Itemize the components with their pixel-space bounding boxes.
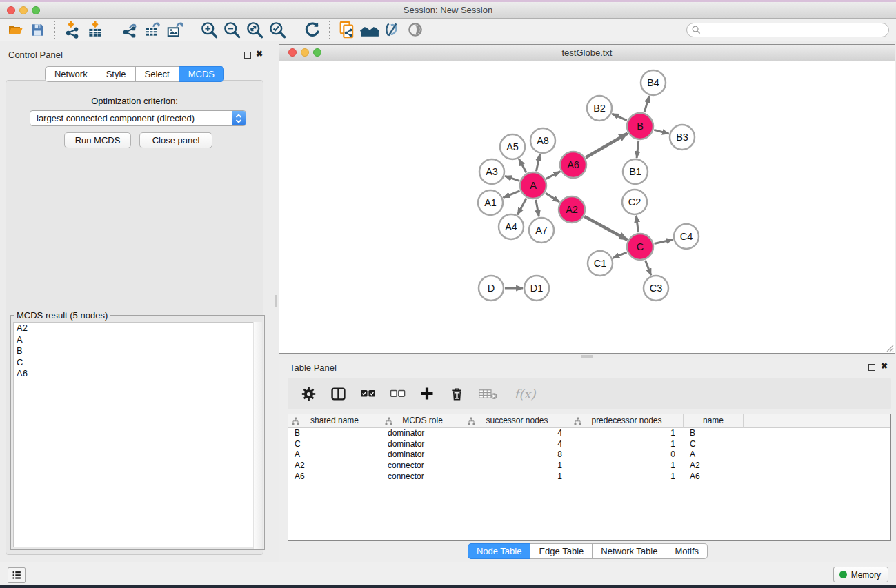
minimize-window-button[interactable] [301, 48, 309, 57]
graph-node-A3[interactable]: A3 [479, 159, 504, 184]
close-window-button[interactable] [7, 6, 15, 14]
export-table-button[interactable] [141, 19, 163, 40]
tab-network[interactable]: Network [45, 66, 97, 82]
float-panel-icon[interactable] [868, 364, 875, 371]
memory-button[interactable]: Memory [833, 567, 888, 582]
graph-node-A[interactable]: A [520, 172, 546, 199]
zoom-in-button[interactable] [198, 19, 221, 40]
graph-node-B[interactable]: B [627, 113, 653, 139]
graph-node-C1[interactable]: C1 [588, 251, 613, 276]
close-window-button[interactable] [288, 48, 297, 57]
show-graphics-details-button[interactable] [404, 19, 426, 40]
table-row[interactable]: Cdominator41C [288, 439, 890, 450]
column-header-predecessor-nodes[interactable]: predecessor nodes [570, 414, 684, 428]
tab-select[interactable]: Select [136, 66, 179, 82]
graph-edge-A-A2[interactable] [546, 193, 559, 202]
tab-network-table[interactable]: Network Table [593, 543, 666, 559]
export-image-button[interactable] [163, 19, 186, 40]
save-session-button[interactable] [26, 19, 49, 40]
import-network-button[interactable] [61, 19, 83, 40]
graph-edge-A-A6[interactable] [546, 172, 561, 179]
zoom-window-button[interactable] [32, 6, 40, 14]
result-item[interactable]: B [14, 345, 261, 357]
select-all-button[interactable] [359, 385, 377, 403]
export-network-button[interactable] [118, 19, 141, 40]
tab-edge-table[interactable]: Edge Table [530, 543, 593, 559]
graph-edge-C-C1[interactable] [613, 252, 626, 258]
network-window-titlebar[interactable]: testGlobe.txt [279, 45, 895, 61]
delete-row-button[interactable] [448, 385, 466, 403]
graph-node-C2[interactable]: C2 [622, 190, 647, 214]
graph-edge-B-B4[interactable] [644, 96, 649, 112]
column-header-mcds-role[interactable]: MCDS role [381, 414, 464, 428]
table-settings-button[interactable] [299, 385, 317, 403]
open-session-button[interactable] [3, 19, 26, 40]
tab-mcds[interactable]: MCDS [179, 66, 224, 82]
graph-node-A2[interactable]: A2 [559, 196, 585, 223]
graph-node-A1[interactable]: A1 [478, 190, 503, 215]
graph-edge-C-C4[interactable] [654, 239, 673, 243]
add-row-button[interactable] [418, 385, 436, 403]
float-panel-icon[interactable] [244, 52, 251, 59]
deselect-all-button[interactable] [388, 385, 406, 403]
graph-edge-A-A3[interactable] [505, 176, 519, 181]
zoom-out-button[interactable] [221, 19, 243, 40]
graph-node-C4[interactable]: C4 [674, 224, 699, 249]
result-item[interactable]: A [14, 334, 261, 346]
close-panel-button[interactable]: Close panel [139, 132, 212, 148]
column-header-name[interactable]: name [684, 414, 744, 428]
graph-edge-A-A5[interactable] [519, 159, 526, 173]
resize-grip[interactable] [884, 343, 894, 352]
graph-node-C3[interactable]: C3 [644, 276, 668, 301]
graph-edge-A6-B[interactable] [586, 133, 628, 157]
graph-node-B1[interactable]: B1 [623, 159, 648, 184]
table-row[interactable]: Bdominator41B [288, 428, 890, 439]
optimization-criterion-select[interactable]: largest connected component (directed) [30, 110, 246, 126]
minimize-window-button[interactable] [19, 6, 28, 14]
column-header-successor-nodes[interactable]: successor nodes [464, 414, 570, 428]
graph-edge-B-B1[interactable] [637, 141, 639, 158]
zoom-fit-button[interactable] [243, 19, 266, 40]
close-panel-icon[interactable]: ✖ [881, 361, 888, 371]
result-item[interactable]: A2 [14, 323, 261, 334]
run-mcds-button[interactable]: Run MCDS [64, 132, 131, 148]
graph-edge-A-A8[interactable] [536, 154, 539, 172]
vertical-splitter-handle[interactable] [275, 295, 277, 307]
graph-node-B2[interactable]: B2 [587, 96, 612, 121]
column-view-button[interactable] [329, 385, 347, 403]
graph-edge-B-B2[interactable] [612, 114, 626, 120]
graph-node-D1[interactable]: D1 [524, 276, 549, 301]
graph-node-C[interactable]: C [627, 234, 653, 260]
close-panel-icon[interactable]: ✖ [256, 49, 263, 59]
home-button[interactable] [358, 19, 381, 40]
table-row[interactable]: Adominator80A [288, 449, 890, 460]
graph-edge-C-C2[interactable] [636, 216, 638, 232]
graph-edge-A2-C[interactable] [584, 216, 627, 240]
tab-node-table[interactable]: Node Table [468, 543, 531, 559]
graph-edge-B-B3[interactable] [654, 130, 668, 134]
graph-node-B4[interactable]: B4 [641, 70, 666, 95]
tab-style[interactable]: Style [97, 66, 136, 82]
graph-edge-A-A7[interactable] [536, 200, 539, 217]
graph-edge-A-A4[interactable] [517, 199, 526, 215]
graph-node-A5[interactable]: A5 [500, 134, 525, 159]
graph-edge-C-C3[interactable] [646, 261, 651, 276]
network-snapshot-button[interactable] [335, 19, 358, 40]
network-canvas[interactable]: AA1A2A3A4A5A6A7A8BB1B2B3B4CC1C2C3C4DD1 [279, 61, 895, 353]
table-row[interactable]: A6connector11A6 [288, 472, 890, 483]
graph-node-D[interactable]: D [479, 276, 504, 301]
result-item[interactable]: A6 [14, 368, 261, 380]
function-builder-button[interactable]: f(x) [510, 385, 540, 403]
task-history-button[interactable] [8, 567, 26, 583]
tab-motifs[interactable]: Motifs [666, 543, 708, 559]
search-input[interactable] [686, 23, 889, 37]
graph-node-B3[interactable]: B3 [670, 125, 695, 150]
hide-graphics-details-button[interactable] [381, 19, 404, 40]
graph-node-A7[interactable]: A7 [529, 218, 554, 243]
delete-table-button[interactable] [477, 385, 498, 403]
graph-edge-A-A1[interactable] [504, 191, 520, 198]
graph-node-A4[interactable]: A4 [499, 214, 524, 239]
zoom-selected-button[interactable] [266, 19, 289, 40]
graph-node-A8[interactable]: A8 [530, 128, 555, 153]
column-header-shared-name[interactable]: shared name [288, 414, 381, 428]
